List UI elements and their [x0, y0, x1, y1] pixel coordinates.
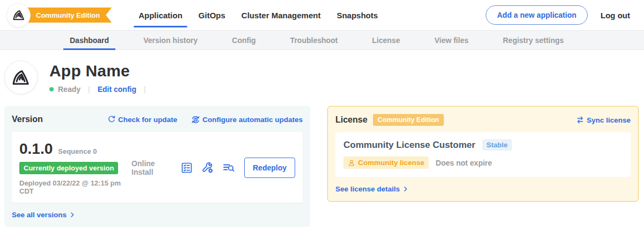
auto-update-clock-icon: [191, 115, 200, 124]
license-details-panel: Community License Customer Stable Commun…: [335, 132, 631, 177]
configure-automatic-updates-link[interactable]: Configure automatic updates: [191, 115, 303, 124]
nav-item-gitops[interactable]: GitOps: [199, 0, 225, 30]
nav-item-snapshots[interactable]: Snapshots: [336, 0, 378, 30]
current-version-panel: 0.1.0 Sequence 0 Currently deployed vers…: [12, 132, 303, 203]
version-card-footer: See all versions: [12, 210, 303, 219]
check-for-update-link[interactable]: Check for update: [107, 115, 177, 124]
tab-license[interactable]: License: [372, 31, 400, 49]
version-actions: Online Install: [131, 158, 295, 178]
license-customer-row: Community License Customer Stable: [343, 139, 623, 151]
nav-item-cluster-management[interactable]: Cluster Management: [241, 0, 321, 30]
sync-license-label: Sync license: [587, 116, 631, 124]
add-new-application-button[interactable]: Add a new application: [486, 5, 588, 25]
license-card: License Community Edition Sync license C…: [327, 106, 639, 202]
license-card-footer: See license details: [335, 184, 631, 194]
nav-item-application[interactable]: Application: [138, 0, 182, 30]
tab-version-history[interactable]: Version history: [143, 31, 197, 49]
see-license-details-label: See license details: [335, 185, 400, 193]
install-type-label: Online Install: [131, 159, 171, 176]
refresh-icon: [107, 115, 116, 124]
license-type-label: Community license: [358, 159, 425, 167]
community-edition-badge: Community Edition: [373, 114, 444, 126]
chevron-right-icon: [69, 211, 76, 218]
currently-deployed-badge: Currently deployed version: [19, 162, 118, 174]
version-card: Version Check for update: [4, 106, 310, 227]
logout-button[interactable]: Log out: [601, 11, 630, 20]
community-edition-ribbon: Community Edition: [23, 8, 112, 23]
see-all-versions-link[interactable]: See all versions: [12, 211, 76, 219]
config-wrench-icon[interactable]: [201, 161, 214, 174]
tab-view-files[interactable]: View files: [434, 31, 469, 49]
version-number-row: 0.1.0 Sequence 0: [19, 140, 131, 158]
see-license-details-link[interactable]: See license details: [335, 185, 409, 193]
current-version-info: 0.1.0 Sequence 0 Currently deployed vers…: [19, 140, 131, 195]
dashboard-cards: Version Check for update: [4, 106, 639, 227]
divider: |: [88, 85, 90, 94]
version-icon-buttons: [180, 161, 235, 174]
top-nav-bar: Community Edition Application GitOps Clu…: [0, 0, 644, 30]
replicated-logo-icon: [6, 3, 31, 27]
community-edition-ribbon-label: Community Edition: [36, 11, 100, 19]
tab-troubleshoot[interactable]: Troubleshoot: [290, 31, 338, 49]
check-for-update-label: Check for update: [118, 116, 177, 124]
expiry-text: Does not expire: [436, 159, 492, 167]
version-card-actions: Check for update Configure automatic upd…: [107, 115, 303, 124]
sync-arrows-icon: [576, 116, 584, 124]
brand-badge: Community Edition: [6, 3, 112, 27]
divider: |: [144, 85, 146, 94]
license-card-title: License: [335, 115, 368, 125]
deployed-timestamp: Deployed 03/22/22 @ 12:15 pm CDT: [19, 179, 131, 195]
app-sub-nav: Dashboard Version history Config Trouble…: [0, 30, 644, 50]
version-card-header: Version Check for update: [12, 115, 303, 124]
admin-console-page: Community Edition Application GitOps Clu…: [0, 0, 644, 228]
tab-registry-settings[interactable]: Registry settings: [503, 31, 564, 49]
license-type-badge: Community license: [343, 156, 429, 169]
person-icon: [348, 159, 355, 167]
ready-status-label: Ready: [58, 85, 80, 94]
see-all-versions-label: See all versions: [12, 211, 67, 219]
deploy-logs-icon[interactable]: [222, 161, 235, 174]
customer-name: Community License Customer: [343, 140, 475, 151]
app-status-row: Ready | Edit config |: [49, 85, 149, 94]
channel-badge: Stable: [482, 139, 512, 151]
chevron-right-icon: [402, 186, 409, 193]
edit-config-link[interactable]: Edit config: [98, 85, 136, 94]
app-header-text: App Name Ready | Edit config |: [49, 62, 149, 94]
license-card-header: License Community Edition Sync license: [335, 114, 631, 126]
version-number: 0.1.0: [19, 140, 53, 158]
redeploy-button[interactable]: Redeploy: [244, 158, 295, 178]
license-type-row: Community license Does not expire: [343, 156, 623, 169]
configure-automatic-updates-label: Configure automatic updates: [202, 116, 303, 124]
preflight-checks-icon[interactable]: [180, 161, 193, 174]
tab-dashboard[interactable]: Dashboard: [70, 31, 109, 49]
tab-config[interactable]: Config: [232, 31, 255, 49]
sync-license-link[interactable]: Sync license: [576, 116, 631, 124]
app-header: App Name Ready | Edit config |: [0, 50, 644, 94]
app-title: App Name: [49, 62, 149, 80]
sequence-label: Sequence 0: [58, 147, 97, 155]
app-logo-icon: [4, 61, 38, 94]
ready-status-dot: [49, 87, 54, 91]
primary-nav: Application GitOps Cluster Management Sn…: [138, 0, 378, 30]
version-card-title: Version: [12, 115, 43, 124]
